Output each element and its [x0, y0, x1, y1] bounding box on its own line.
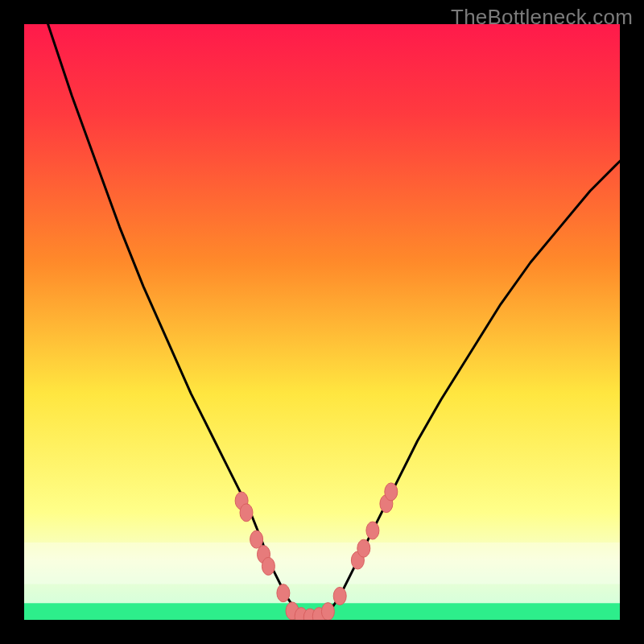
watermark-text: TheBottleneck.com — [451, 5, 633, 30]
svg-point-13 — [321, 603, 334, 620]
svg-point-16 — [357, 539, 370, 557]
svg-point-5 — [250, 530, 263, 548]
svg-point-19 — [385, 483, 398, 501]
svg-rect-0 — [24, 24, 620, 620]
svg-rect-1 — [24, 543, 620, 584]
svg-point-4 — [240, 504, 253, 522]
svg-point-7 — [262, 557, 275, 575]
chart-svg — [24, 24, 620, 620]
svg-point-17 — [366, 522, 379, 539]
svg-point-8 — [277, 584, 290, 602]
chart-frame: TheBottleneck.com — [0, 0, 644, 644]
svg-point-14 — [333, 587, 346, 605]
plot-area — [24, 24, 620, 620]
